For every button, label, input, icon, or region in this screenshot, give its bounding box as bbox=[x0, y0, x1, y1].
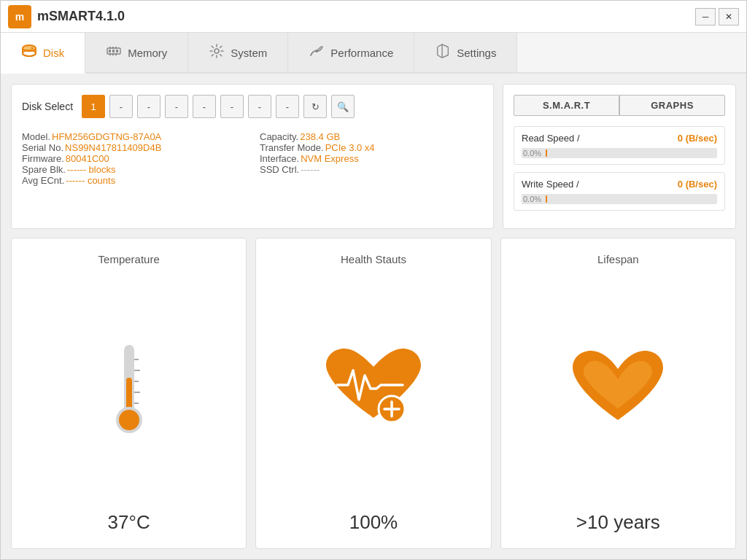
disk-slot-2[interactable]: - bbox=[109, 95, 133, 118]
tab-disk[interactable]: Disk bbox=[1, 33, 85, 74]
write-speed-percent: 0.0% bbox=[522, 195, 541, 203]
write-speed-header: Write Speed / 0 (B/sec) bbox=[522, 179, 717, 190]
title-left: m mSMART4.1.0 bbox=[8, 5, 125, 28]
lifespan-card: Lifespan >10 years bbox=[500, 238, 736, 549]
svg-rect-14 bbox=[109, 50, 111, 52]
close-button[interactable]: ✕ bbox=[719, 8, 739, 26]
memory-icon bbox=[106, 43, 122, 63]
write-speed-row: Write Speed / 0 (B/sec) 0.0% bbox=[514, 172, 725, 211]
svg-rect-8 bbox=[109, 47, 111, 49]
disk-select-row: Disk Select 1 - - - - - - - ↻ 🔍 bbox=[22, 95, 483, 118]
svg-rect-15 bbox=[112, 50, 115, 52]
transfer-value: PCIe 3.0 x4 bbox=[325, 142, 375, 153]
capacity-row: Capacity. 238.4 GB bbox=[260, 131, 483, 142]
read-speed-bar-track: 0.0% bbox=[522, 148, 717, 158]
main-content: Disk Select 1 - - - - - - - ↻ 🔍 bbox=[1, 74, 746, 559]
app-logo: m bbox=[8, 5, 31, 28]
health-icon-area bbox=[322, 273, 425, 504]
svg-point-23 bbox=[119, 410, 139, 430]
minimize-button[interactable]: ─ bbox=[695, 8, 716, 26]
write-speed-bar-fill bbox=[546, 195, 547, 203]
ssdctrl-row: SSD Ctrl. ------ bbox=[260, 164, 483, 175]
temperature-card: Temperature bbox=[11, 238, 247, 549]
read-speed-value: 0 (B/sec) bbox=[678, 133, 717, 144]
temperature-icon-area bbox=[104, 273, 155, 504]
model-label: Model. bbox=[22, 131, 50, 142]
search-button[interactable]: 🔍 bbox=[331, 95, 355, 118]
title-controls: ─ ✕ bbox=[695, 8, 739, 26]
serial-row: Serial No. NS99N417811409D4B bbox=[22, 142, 245, 153]
tab-settings[interactable]: Settings bbox=[414, 33, 517, 72]
lifespan-icon bbox=[570, 349, 665, 429]
write-speed-bar-track: 0.0% bbox=[522, 194, 717, 204]
interface-label: Interface. bbox=[260, 153, 299, 164]
disk-slot-1[interactable]: 1 bbox=[82, 95, 105, 118]
lifespan-value: >10 years bbox=[576, 511, 660, 534]
system-icon bbox=[209, 43, 225, 63]
disk-slot-3[interactable]: - bbox=[137, 95, 160, 118]
svg-point-6 bbox=[31, 47, 34, 49]
capacity-value: 238.4 GB bbox=[300, 131, 340, 142]
performance-icon bbox=[309, 43, 325, 63]
bottom-section: Temperature bbox=[11, 238, 736, 549]
svg-rect-13 bbox=[115, 53, 117, 55]
firmware-row: Firmware. 80041C00 bbox=[22, 153, 245, 164]
tab-memory[interactable]: Memory bbox=[85, 33, 188, 72]
svg-rect-9 bbox=[112, 47, 114, 49]
model-row: Model. HFM256GDGTNG-87A0A bbox=[22, 131, 245, 142]
temperature-title: Temperature bbox=[98, 253, 160, 265]
write-speed-label: Write Speed / bbox=[522, 179, 579, 190]
avgecnt-value: ------ counts bbox=[66, 175, 115, 186]
firmware-label: Firmware. bbox=[22, 153, 64, 164]
avgecnt-label: Avg ECnt. bbox=[22, 175, 64, 186]
spare-label: Spare Blk. bbox=[22, 164, 66, 175]
disk-select-label: Disk Select bbox=[22, 101, 73, 112]
tab-system[interactable]: System bbox=[188, 33, 288, 72]
disk-icon bbox=[21, 43, 37, 63]
tab-system-label: System bbox=[231, 47, 267, 59]
read-speed-percent: 0.0% bbox=[522, 149, 541, 158]
smart-button[interactable]: S.M.A.R.T bbox=[514, 95, 619, 116]
health-card: Health Stauts 100% bbox=[255, 238, 491, 549]
lifespan-icon-area bbox=[570, 273, 665, 504]
capacity-label: Capacity. bbox=[260, 131, 298, 142]
serial-value: NS99N417811409D4B bbox=[65, 142, 161, 153]
disk-info-panel: Disk Select 1 - - - - - - - ↻ 🔍 bbox=[11, 84, 494, 229]
graphs-button[interactable]: GRAPHS bbox=[619, 95, 725, 116]
lifespan-title: Lifespan bbox=[597, 253, 639, 265]
refresh-button[interactable]: ↻ bbox=[303, 95, 327, 118]
health-value: 100% bbox=[349, 511, 398, 534]
smart-graphs-bar: S.M.A.R.T GRAPHS bbox=[514, 95, 725, 116]
title-bar: m mSMART4.1.0 ─ ✕ bbox=[1, 1, 746, 33]
read-speed-label: Read Speed / bbox=[522, 133, 580, 144]
transfer-label: Transfer Mode. bbox=[260, 142, 324, 153]
svg-rect-16 bbox=[116, 50, 118, 52]
health-title: Health Stauts bbox=[341, 253, 406, 265]
main-window: m mSMART4.1.0 ─ ✕ Disk bbox=[0, 0, 747, 560]
svg-point-17 bbox=[214, 49, 219, 53]
disk-slot-6[interactable]: - bbox=[220, 95, 244, 118]
interface-row: Interface. NVM Express bbox=[260, 153, 483, 164]
tab-settings-label: Settings bbox=[457, 47, 496, 59]
disk-slot-7[interactable]: - bbox=[248, 95, 271, 118]
app-title: mSMART4.1.0 bbox=[37, 9, 125, 24]
tab-bar: Disk Memory bbox=[1, 33, 746, 74]
tab-memory-label: Memory bbox=[128, 47, 167, 59]
ssdctrl-label: SSD Ctrl. bbox=[260, 164, 299, 175]
avgecnt-row: Avg ECnt. ------ counts bbox=[22, 175, 245, 186]
disk-slot-8[interactable]: - bbox=[276, 95, 299, 118]
firmware-value: 80041C00 bbox=[66, 153, 109, 164]
spare-value: ------ blocks bbox=[67, 164, 115, 175]
read-speed-header: Read Speed / 0 (B/sec) bbox=[522, 133, 717, 144]
svg-rect-12 bbox=[112, 53, 114, 55]
spare-row: Spare Blk. ------ blocks bbox=[22, 164, 245, 175]
disk-slot-4[interactable]: - bbox=[165, 95, 188, 118]
temperature-value: 37°C bbox=[108, 511, 150, 534]
read-speed-row: Read Speed / 0 (B/sec) 0.0% bbox=[514, 126, 725, 165]
disk-slot-5[interactable]: - bbox=[193, 95, 216, 118]
tab-performance[interactable]: Performance bbox=[288, 33, 414, 72]
settings-icon bbox=[435, 43, 451, 63]
svg-rect-10 bbox=[115, 47, 117, 49]
read-speed-bar-fill bbox=[546, 149, 547, 157]
write-speed-value: 0 (B/sec) bbox=[678, 179, 717, 190]
